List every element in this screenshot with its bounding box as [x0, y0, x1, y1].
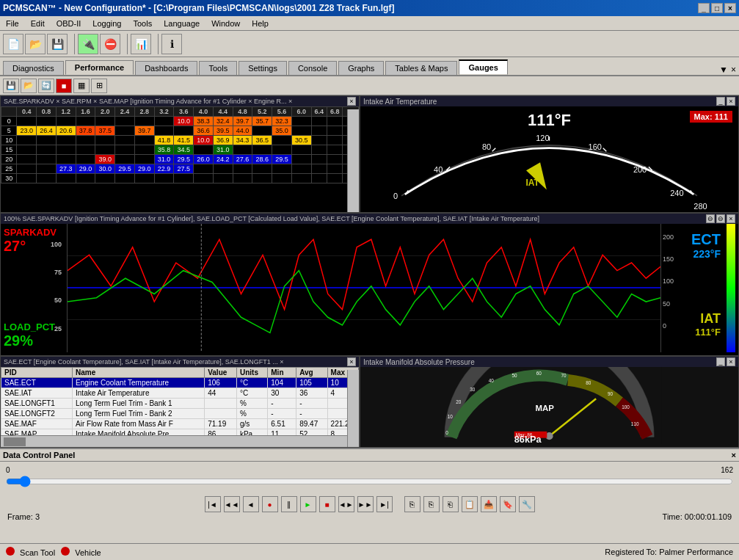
svg-text:IAT: IAT: [525, 178, 539, 188]
longft1-name: Long Term Fuel Trim - Bank 1: [73, 399, 205, 409]
new-button[interactable]: 📄: [3, 34, 23, 54]
menu-edit[interactable]: Edit: [28, 18, 48, 29]
svg-text:90: 90: [608, 391, 614, 396]
open-button[interactable]: 📂: [25, 34, 45, 54]
data-table-panel: SAE.ECT [Engine Coolant Temperature], SA…: [0, 356, 360, 448]
chart-panel-header: 100% SAE.SPARKADV [Ignition Timing Advan…: [1, 214, 738, 224]
row-longft1: SAE.LONGFT1 Long Term Fuel Trim - Bank 1…: [1, 399, 359, 409]
tab-settings[interactable]: Settings: [239, 61, 287, 75]
dcp-close-icon[interactable]: ×: [732, 451, 736, 459]
pid-table: PID Name Value Units Min Avg Max SAE.ECT…: [1, 367, 359, 444]
tab-gauges[interactable]: Gauges: [459, 59, 507, 75]
tab-tables-maps[interactable]: Tables & Maps: [385, 61, 457, 75]
maf-avg: 89.47: [296, 419, 327, 429]
tab-console[interactable]: Console: [288, 61, 337, 75]
row-0: 0 10.0 38.3 32.4 39.7 35.7 32.3: [1, 117, 359, 126]
map-panel-title: Intake Manifold Absolute Pressure: [363, 358, 716, 366]
connect-button[interactable]: 🔌: [78, 34, 98, 54]
chart-panel-opt1[interactable]: ⊖: [706, 214, 715, 223]
menu-file[interactable]: File: [3, 18, 22, 29]
export-btn[interactable]: 📋: [462, 496, 478, 512]
tab-dashboards[interactable]: Dashboards: [135, 61, 197, 75]
transport-pause[interactable]: ‖: [281, 496, 297, 512]
col-pid: PID: [1, 368, 73, 378]
close-button[interactable]: ×: [724, 3, 736, 13]
stb-save[interactable]: 💾: [3, 79, 19, 93]
tabs-close-icon[interactable]: ×: [731, 65, 736, 75]
menu-help[interactable]: Help: [249, 18, 272, 29]
menu-logging[interactable]: Logging: [90, 18, 124, 29]
dcp-slider[interactable]: [6, 476, 733, 487]
monitor-button[interactable]: 📊: [131, 34, 151, 54]
disconnect-button[interactable]: ⛔: [100, 34, 120, 54]
hscroll-thumb[interactable]: [4, 437, 26, 446]
chart-panel-opt2[interactable]: ⊖: [716, 214, 725, 223]
row-label-0: 0: [1, 117, 17, 126]
time-info: Time: 00:00:01.109: [663, 512, 732, 521]
menu-bar: File Edit OBD-II Logging Tools Language …: [0, 16, 739, 31]
transport-last[interactable]: ►|: [376, 496, 393, 512]
info-button[interactable]: ℹ: [161, 34, 182, 54]
map-gauge-panel: Intake Manifold Absolute Pressure _ ×: [360, 356, 739, 448]
spark-scrollbar[interactable]: [347, 109, 359, 212]
save-button[interactable]: 💾: [47, 34, 68, 54]
transport-first[interactable]: |◄: [205, 496, 221, 512]
import-btn[interactable]: 📥: [481, 496, 497, 512]
transport-prev[interactable]: ◄: [243, 496, 259, 512]
svg-text:40: 40: [434, 165, 443, 174]
iat-panel-min[interactable]: _: [716, 97, 725, 106]
transport-play[interactable]: ►: [300, 496, 316, 512]
stb-stop[interactable]: ■: [56, 79, 72, 93]
longft1-avg: -: [296, 399, 327, 409]
longft2-avg: -: [296, 409, 327, 419]
row-maf: SAE.MAF Air Flow Rate from Mass Air F 71…: [1, 419, 359, 429]
option-btn[interactable]: 🔖: [500, 496, 516, 512]
tab-diagnostics[interactable]: Diagnostics: [3, 61, 64, 75]
row-ect: SAE.ECT Engine Coolant Temperature 106 °…: [1, 378, 359, 388]
map-panel-min[interactable]: _: [716, 357, 725, 366]
time-label: Time:: [663, 512, 685, 521]
minimize-button[interactable]: _: [698, 3, 710, 13]
menu-obd2[interactable]: OBD-II: [54, 18, 84, 29]
transport-prev-fast[interactable]: ◄◄: [224, 496, 240, 512]
spark-data-table: 0.4 0.8 1.2 1.6 2.0 2.4 2.8 3.2 3.6 4.0 …: [1, 106, 359, 209]
chart-panel-close[interactable]: ×: [727, 214, 735, 223]
transport-next-fast[interactable]: ►►: [357, 496, 374, 512]
copy-btn-2[interactable]: ⎘: [423, 496, 440, 512]
col-4.4: 4.4: [213, 107, 233, 117]
tab-tools[interactable]: Tools: [199, 61, 237, 75]
iat-panel-close[interactable]: ×: [727, 97, 735, 106]
col-4.8: 4.8: [233, 107, 252, 117]
tab-performance[interactable]: Performance: [65, 60, 134, 75]
menu-tools[interactable]: Tools: [130, 18, 155, 29]
maximize-button[interactable]: □: [711, 3, 723, 13]
sparkadv-label: SPARKADV: [4, 227, 64, 238]
transport-skip-pair[interactable]: ◄►: [338, 496, 354, 512]
map-panel-close[interactable]: ×: [727, 357, 735, 366]
col-6.8: 6.8: [327, 107, 343, 117]
copy-btn-1[interactable]: ⎘: [404, 496, 421, 512]
transport-record[interactable]: ●: [262, 496, 278, 512]
copy-btn-3[interactable]: ⎗: [443, 496, 459, 512]
menu-language[interactable]: Language: [161, 18, 203, 29]
data-table-vscroll[interactable]: [347, 370, 359, 447]
data-table-hscroll[interactable]: [1, 435, 347, 447]
stb-window[interactable]: ⊞: [91, 79, 107, 93]
stb-grid[interactable]: ▦: [73, 79, 90, 93]
menu-window[interactable]: Window: [208, 18, 243, 29]
spark-panel-close[interactable]: ×: [347, 97, 356, 106]
tabs-dropdown-icon[interactable]: ▼: [719, 65, 728, 75]
stb-refresh[interactable]: 🔄: [38, 79, 54, 93]
transport-stop[interactable]: ■: [319, 496, 335, 512]
col-units: Units: [236, 368, 267, 378]
svg-text:10: 10: [448, 414, 454, 419]
maf-val: 71.19: [205, 419, 237, 429]
data-table-close[interactable]: ×: [347, 357, 356, 366]
tool-btn[interactable]: 🔧: [519, 496, 535, 512]
frame-label: Frame:: [7, 512, 35, 521]
stb-open[interactable]: 📂: [21, 79, 37, 93]
map-panel-header: Intake Manifold Absolute Pressure _ ×: [360, 357, 738, 367]
map-gauge-body: 0 10 20 30 40 50 60 70 80 90 100 110 MAP: [360, 367, 738, 444]
longft2-pid: SAE.LONGFT2: [1, 409, 73, 419]
tab-graphs[interactable]: Graphs: [338, 61, 384, 75]
